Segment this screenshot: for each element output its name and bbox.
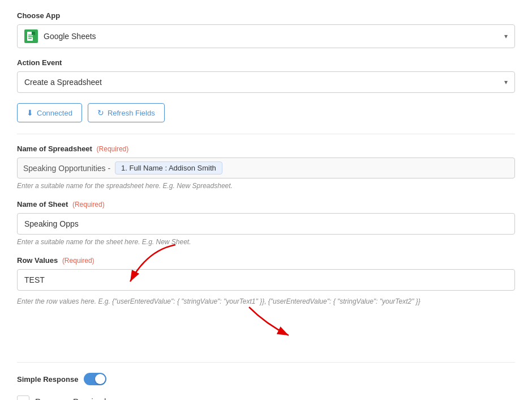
arrow-to-hint-icon <box>221 301 334 347</box>
response-received-row: ▾ Response Received <box>17 395 515 400</box>
spreadsheet-name-input[interactable]: Speaking Opportunities - 1. Full Name : … <box>17 158 515 178</box>
divider-2 <box>17 362 515 363</box>
choose-app-section: Choose App Google Sheets ▾ <box>17 11 515 48</box>
simple-response-label: Simple Response <box>17 375 78 384</box>
sheet-name-input[interactable] <box>17 213 515 235</box>
action-buttons-row: ⬇ Connected ↻ Refresh Fields <box>17 103 515 122</box>
sheet-name-label: Name of Sheet (Required) <box>17 200 515 208</box>
choose-app-value: Google Sheets <box>44 32 504 41</box>
spreadsheet-name-tag[interactable]: 1. Full Name : Addison Smith <box>115 161 222 175</box>
action-event-section: Action Event Create a Spreadsheet ▾ <box>17 58 515 93</box>
refresh-fields-button[interactable]: ↻ Refresh Fields <box>88 103 165 122</box>
spreadsheet-name-hint: Enter a suitable name for the spreadshee… <box>17 182 515 190</box>
simple-response-section: Simple Response <box>17 373 515 385</box>
action-event-label: Action Event <box>17 58 515 67</box>
refresh-icon: ↻ <box>97 108 104 117</box>
sheet-name-hint: Enter a suitable name for the sheet here… <box>17 238 515 246</box>
action-event-dropdown[interactable]: Create a Spreadsheet ▾ <box>17 71 515 93</box>
choose-app-label: Choose App <box>17 11 515 20</box>
row-values-section: Row Values (Required) Enter the row valu… <box>17 256 515 305</box>
collapse-icon: ▾ <box>22 398 25 401</box>
choose-app-dropdown[interactable]: Google Sheets ▾ <box>17 24 515 48</box>
connected-icon: ⬇ <box>27 108 33 117</box>
row-values-input[interactable] <box>17 269 515 291</box>
row-values-label: Row Values (Required) <box>17 256 515 265</box>
response-received-label: Response Received <box>35 397 106 400</box>
spreadsheet-name-section: Name of Spreadsheet (Required) Speaking … <box>17 144 515 190</box>
connected-label: Connected <box>37 109 72 117</box>
row-values-hint: Enter the row values here. E.g. {"userEn… <box>17 297 515 305</box>
simple-response-toggle[interactable] <box>84 373 106 385</box>
divider-1 <box>17 134 515 134</box>
svg-rect-5 <box>28 38 32 39</box>
google-sheets-icon <box>24 29 38 43</box>
connected-button[interactable]: ⬇ Connected <box>17 103 82 122</box>
action-event-select[interactable]: Create a Spreadsheet <box>18 72 514 92</box>
spreadsheet-name-required: (Required) <box>97 145 129 153</box>
svg-rect-4 <box>28 36 34 37</box>
row-values-required: (Required) <box>62 257 95 265</box>
spreadsheet-name-label: Name of Spreadsheet (Required) <box>17 144 515 153</box>
refresh-fields-label: Refresh Fields <box>108 109 155 117</box>
sheet-name-section: Name of Sheet (Required) Enter a suitabl… <box>17 200 515 246</box>
spreadsheet-name-static-text: Speaking Opportunities - <box>23 164 110 173</box>
choose-app-chevron-icon: ▾ <box>504 32 508 40</box>
response-received-collapse-button[interactable]: ▾ <box>17 395 29 400</box>
sheet-name-required: (Required) <box>72 201 105 208</box>
svg-rect-3 <box>28 35 34 36</box>
